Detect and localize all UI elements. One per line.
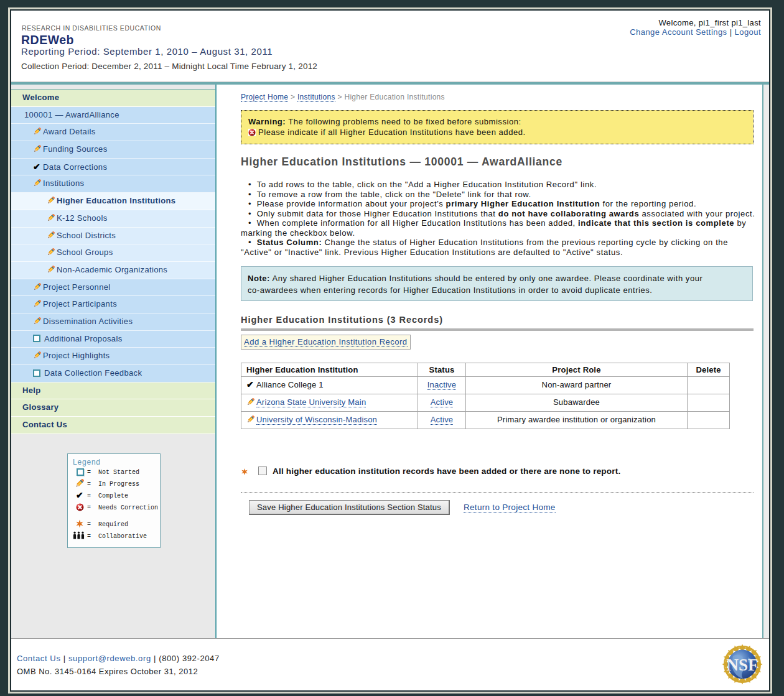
svg-text:NSF: NSF: [726, 656, 758, 674]
